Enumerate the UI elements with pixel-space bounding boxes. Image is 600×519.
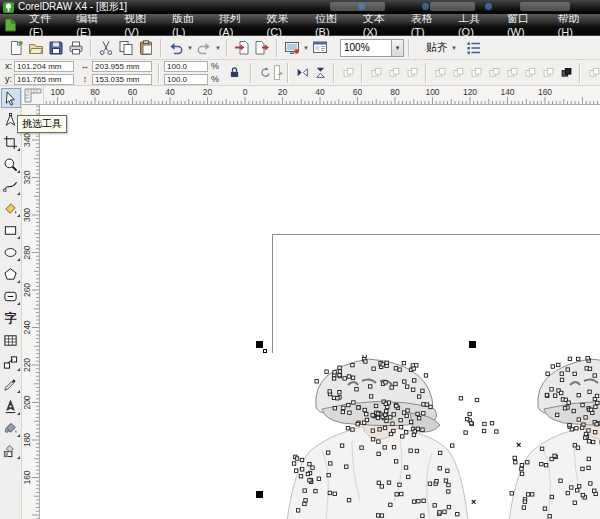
toolbox: 字 xyxy=(0,86,22,519)
snap-dropdown-arrow[interactable]: ▾ xyxy=(450,44,458,52)
svg-text:260: 260 xyxy=(22,283,32,297)
document-icon xyxy=(4,18,17,32)
interactive-fill-tool[interactable] xyxy=(1,440,21,460)
drawing-canvas[interactable]: × × xyxy=(40,105,600,519)
mirror-vertical-button[interactable] xyxy=(312,65,328,81)
horizontal-ruler[interactable]: 10080604020020406080100120140160 xyxy=(44,86,600,105)
mirror-horizontal-button[interactable] xyxy=(294,65,310,81)
eyedropper-tool[interactable] xyxy=(1,374,21,394)
flyout-arrow[interactable] xyxy=(17,170,20,173)
svg-text:80: 80 xyxy=(390,87,400,97)
object-x-input[interactable]: 101.204 mm xyxy=(14,61,74,72)
selection-handle[interactable] xyxy=(256,491,263,498)
toolbar-separator xyxy=(160,39,162,57)
propbar-separator xyxy=(287,63,289,83)
combine-button xyxy=(432,65,448,81)
object-y-label: y: xyxy=(4,74,12,84)
trim-button xyxy=(386,65,402,81)
snap-to-button[interactable]: 贴齐 ▾ xyxy=(426,40,458,55)
propbar-separator xyxy=(425,63,427,83)
smart-fill-tool[interactable] xyxy=(1,198,21,218)
group-button xyxy=(450,65,466,81)
object-y-input[interactable]: 161.765 mm xyxy=(14,74,74,85)
shape-edit-icon xyxy=(342,66,355,79)
table-tool[interactable] xyxy=(1,330,21,350)
convert-to-curves-button[interactable] xyxy=(558,65,574,81)
svg-text:40: 40 xyxy=(315,87,325,97)
rotate-button xyxy=(257,65,273,81)
rotation-spinner[interactable]: ▸ xyxy=(280,69,283,76)
flyout-arrow[interactable] xyxy=(17,280,20,283)
flyout-arrow[interactable] xyxy=(17,192,20,195)
polygon-tool[interactable] xyxy=(1,264,21,284)
menu-bar: 文件(F)编辑(E)视图(V)版面(L)排列(A)效果(C)位图(B)文本(X)… xyxy=(0,14,600,36)
vertical-ruler[interactable]: 340320300280260240220200180160 xyxy=(22,105,40,519)
svg-text:180: 180 xyxy=(22,433,32,447)
scale-y-input[interactable]: 100.0 xyxy=(164,74,208,85)
propbar-separator xyxy=(579,63,581,83)
fill-tool[interactable] xyxy=(1,418,21,438)
flyout-arrow[interactable] xyxy=(17,390,20,393)
group-icon xyxy=(452,66,465,79)
zoom-dropdown-arrow[interactable]: ▾ xyxy=(391,40,403,56)
svg-text:340: 340 xyxy=(22,133,32,147)
figure-right[interactable] xyxy=(459,357,600,519)
page-border-top xyxy=(272,234,600,235)
copy-icon xyxy=(118,40,134,56)
selection-handle[interactable] xyxy=(469,341,476,348)
toolbar-separator xyxy=(408,39,410,57)
flyout-arrow[interactable] xyxy=(17,214,20,217)
object-width-input[interactable]: 203.955 mm xyxy=(92,61,152,72)
welcome-screen-icon xyxy=(312,40,328,56)
flyout-arrow[interactable] xyxy=(17,434,20,437)
rectangle-tool[interactable] xyxy=(1,220,21,240)
flyout-arrow[interactable] xyxy=(17,456,20,459)
svg-text:200: 200 xyxy=(22,395,32,409)
cut-icon xyxy=(98,40,114,56)
align-button xyxy=(504,65,520,81)
background-window-icon xyxy=(485,3,492,10)
app-launcher-dropdown-arrow[interactable]: ▾ xyxy=(302,44,310,52)
figure-left[interactable] xyxy=(287,355,468,519)
pick-icon xyxy=(3,91,18,106)
distribute-button xyxy=(522,65,538,81)
scale-x-input[interactable]: 100.0 xyxy=(164,61,208,72)
undo-dropdown-arrow[interactable]: ▾ xyxy=(186,44,194,52)
zoom-tool[interactable] xyxy=(1,154,21,174)
pick-tool[interactable] xyxy=(1,88,21,108)
flyout-arrow[interactable] xyxy=(17,258,20,261)
lock-ratio-button[interactable] xyxy=(226,65,242,81)
flyout-arrow[interactable] xyxy=(17,148,20,151)
ungroup-all-button xyxy=(486,65,502,81)
combine-icon xyxy=(434,66,447,79)
basic-shapes-tool[interactable] xyxy=(1,286,21,306)
redo-dropdown-arrow[interactable]: ▾ xyxy=(214,44,222,52)
svg-text:240: 240 xyxy=(22,320,32,334)
curve-node[interactable] xyxy=(263,349,267,353)
svg-text:60: 60 xyxy=(353,87,363,97)
blend-tool[interactable] xyxy=(1,352,21,372)
flyout-arrow[interactable] xyxy=(17,412,20,415)
text-tool-glyph: 字 xyxy=(5,312,17,324)
flyout-arrow[interactable] xyxy=(17,302,20,305)
svg-text:60: 60 xyxy=(128,87,138,97)
freehand-tool[interactable] xyxy=(1,176,21,196)
svg-text:280: 280 xyxy=(22,245,32,259)
traced-bitmap-artwork[interactable] xyxy=(280,355,600,519)
flyout-arrow[interactable] xyxy=(17,368,20,371)
text-tool[interactable]: 字 xyxy=(1,308,21,328)
mirror-horizontal-icon xyxy=(296,66,309,79)
zoom-level-combobox[interactable]: 100% ▾ xyxy=(340,39,404,57)
outline-tool[interactable] xyxy=(1,396,21,416)
flyout-arrow[interactable] xyxy=(17,236,20,239)
page-border-left xyxy=(272,234,273,353)
print-icon xyxy=(68,40,84,56)
ellipse-tool[interactable] xyxy=(1,242,21,262)
selection-handle[interactable] xyxy=(256,341,263,348)
svg-text:300: 300 xyxy=(22,208,32,222)
title-bar: CorelDRAW X4 - [图形1] xyxy=(0,0,600,14)
background-window-icon xyxy=(358,3,365,10)
object-height-input[interactable]: 153.035 mm xyxy=(92,74,152,85)
ruler-origin-corner[interactable] xyxy=(22,86,44,105)
crop-tool[interactable] xyxy=(1,132,21,152)
